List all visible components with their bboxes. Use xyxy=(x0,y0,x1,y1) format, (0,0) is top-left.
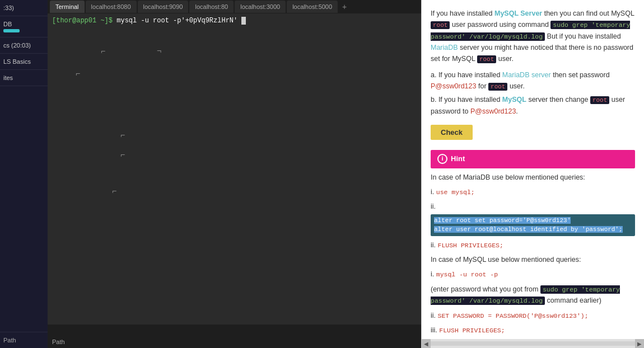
hint-flush-1: FLUSH PRIVILEGES; xyxy=(438,242,503,249)
mariadb-label-1: MariaDB xyxy=(431,44,458,51)
hint-mysql-iii: iii. FLUSH PRIVILEGES; xyxy=(431,325,635,336)
bracket-char-6: ⌐ xyxy=(112,187,116,196)
password-label-2: P@ssw0rd123 xyxy=(470,107,516,115)
tab-add-button[interactable]: + xyxy=(339,1,350,12)
bracket-char-4: ⌐ xyxy=(120,131,125,140)
root-label-4: root xyxy=(590,96,609,104)
hint-mariadb-ii: ii. alter root set password='P@ssw0rd123… xyxy=(431,201,635,236)
tab-localhost-5000[interactable]: localhost:5000 xyxy=(287,1,338,13)
hint-bar: i Hint xyxy=(431,150,635,168)
sidebar-footer: Path xyxy=(0,332,48,348)
bracket-char-1: ⌐ xyxy=(101,47,105,56)
sidebar-item-ls-basics[interactable]: LS Basics xyxy=(0,54,48,70)
terminal-content[interactable]: [thor@app01 ~]$ mysql -u root -p'+0pVq9R… xyxy=(48,13,421,325)
right-panel-content[interactable]: If you have installed MySQL Server then … xyxy=(422,0,644,339)
root-label-2: root xyxy=(477,55,496,63)
sidebar-item-33[interactable]: :33) xyxy=(0,0,48,16)
root-label-1: root xyxy=(431,21,450,29)
intro-paragraph: If you have installed MySQL Server then … xyxy=(431,8,635,65)
terminal-bottom-bar xyxy=(48,325,421,336)
bracket-char-8: ¬ xyxy=(160,324,164,325)
terminal-cursor xyxy=(241,17,246,25)
mariadb-server-label: MariaDB server xyxy=(502,71,551,79)
sidebar-item-db[interactable]: DB xyxy=(0,16,48,37)
tab-localhost-80[interactable]: localhost:80 xyxy=(189,1,234,13)
hint-use-mysql: use mysql; xyxy=(436,189,475,196)
root-label-3: root xyxy=(488,83,507,91)
check-button[interactable]: Check xyxy=(431,125,473,140)
terminal-command-line: [thor@app01 ~]$ mysql -u root -p'+0pVq9R… xyxy=(52,16,417,26)
sidebar: :33) DB cs (20:03) LS Basics ites Path xyxy=(0,0,48,348)
password-label-1: P@ssw0rd123 xyxy=(431,82,476,90)
hint-mysql-cmd: mysql -u root -p xyxy=(436,271,498,278)
hint-mysql-i: i. mysql -u root -p xyxy=(431,269,635,280)
horizontal-scrollbar[interactable]: ◀ ▶ xyxy=(422,339,644,348)
mysql-server-label: MySQL Server xyxy=(494,10,542,17)
bracket-char-7: ⌐ xyxy=(101,324,105,325)
tab-bar: Terminal localhost:8080 localhost:9090 l… xyxy=(48,0,421,13)
scrollbar-track xyxy=(431,341,635,346)
hint-mysql-intro: In case of MySQL use below mentioned que… xyxy=(431,254,635,265)
bracket-char-2: ¬ xyxy=(157,47,161,56)
bottom-bar: Path xyxy=(48,336,421,348)
terminal-prompt: [thor@app01 ~]$ xyxy=(52,17,113,25)
sidebar-item-cs[interactable]: cs (20:03) xyxy=(0,37,48,54)
hint-enter-password: (enter password what you got from sudo g… xyxy=(431,284,635,307)
bracket-char-3: ⌐ xyxy=(76,69,80,78)
path-label: Path xyxy=(52,338,65,345)
part-b-label: b. If you have installed MySQL server th… xyxy=(431,94,635,117)
hint-mysql-ii: ii. SET PASSWORD = PASSWORD('P@ssw0rd123… xyxy=(431,310,635,321)
tab-localhost-9090[interactable]: localhost:9090 xyxy=(138,1,189,13)
hint-set-pw: SET PASSWORD = PASSWORD('P@ssw0rd123'); xyxy=(438,312,589,319)
tab-localhost-3000[interactable]: localhost:3000 xyxy=(235,1,286,13)
scroll-left-button[interactable]: ◀ xyxy=(422,339,431,348)
terminal-command: mysql -u root -p'+0pVq9RzlHrN' xyxy=(116,17,237,25)
hint-mariadb-intro: In case of MariaDB use below mentioned q… xyxy=(431,172,635,183)
hint-mariadb-iii: ii. FLUSH PRIVILEGES; xyxy=(431,239,635,251)
bracket-char-5: ⌐ xyxy=(120,151,125,159)
hint-flush-2: FLUSH PRIVILEGES; xyxy=(439,327,505,334)
tab-localhost-8080[interactable]: localhost:8080 xyxy=(86,1,137,13)
tab-terminal[interactable]: Terminal xyxy=(50,1,85,13)
hint-label: Hint xyxy=(451,153,465,165)
hint-icon: i xyxy=(437,154,447,164)
hint-cmd-ii: alter root set password='P@ssw0rd123'alt… xyxy=(431,214,635,236)
hint-mariadb-i: i. use mysql; xyxy=(431,186,635,197)
mysql-label-2: MySQL xyxy=(502,96,526,104)
scroll-right-button[interactable]: ▶ xyxy=(635,339,644,348)
sidebar-progress-db xyxy=(3,29,20,32)
right-panel: If you have installed MySQL Server then … xyxy=(421,0,644,348)
part-a-label: a. If you have installed MariaDB server … xyxy=(431,69,635,92)
hint-content: In case of MariaDB use below mentioned q… xyxy=(431,172,635,336)
sidebar-item-ites[interactable]: ites xyxy=(0,70,48,86)
terminal-area: Terminal localhost:8080 localhost:9090 l… xyxy=(48,0,421,348)
